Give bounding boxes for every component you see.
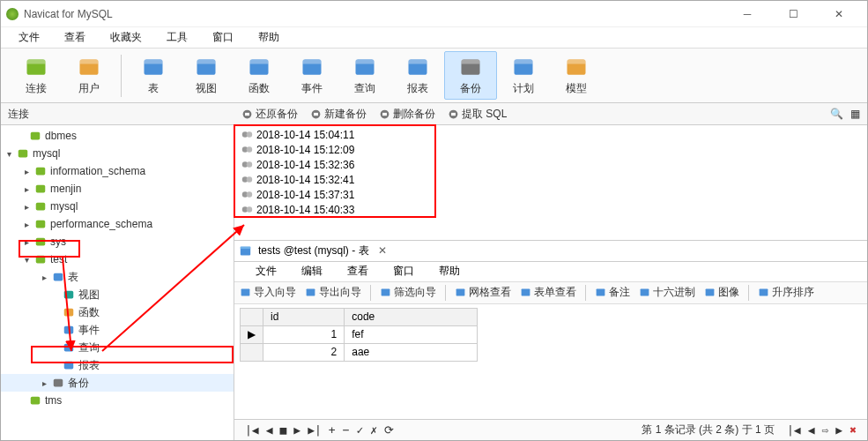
tab-menu-3[interactable]: 窗口 [381, 262, 427, 280]
nav-prev-button[interactable]: ◀ [263, 423, 277, 437]
node-mysql-db[interactable]: ▸mysql [1, 198, 234, 215]
menu-item-4[interactable]: 窗口 [200, 27, 246, 48]
node-tms[interactable]: tms [1, 392, 234, 409]
expand-arrow-icon[interactable]: ▸ [22, 220, 31, 229]
expand-arrow-icon[interactable]: ▸ [40, 273, 48, 282]
expand-arrow-icon[interactable]: ▸ [22, 237, 31, 247]
backup-item[interactable]: 2018-10-14 15:12:09 [238, 142, 864, 157]
nav-add-button[interactable]: + [325, 423, 339, 437]
maximize-button[interactable]: ☐ [775, 2, 811, 26]
close-button[interactable]: ✕ [821, 2, 857, 26]
action-restore[interactable]: 还原备份 [241, 107, 298, 122]
node-menjin[interactable]: ▸menjin [1, 180, 234, 198]
tool-view[interactable]: 视图 [180, 51, 233, 100]
tb-hex[interactable]: 十六进制 [639, 285, 695, 300]
page-next-button[interactable]: ▶ [832, 423, 846, 437]
expand-arrow-icon[interactable]: ▸ [22, 167, 31, 176]
node-test[interactable]: ▾test [1, 250, 234, 268]
tb-form[interactable]: 表单查看 [520, 285, 576, 300]
tab-menu-0[interactable]: 文件 [243, 262, 289, 280]
tool-function[interactable]: 函数 [233, 51, 286, 100]
backup-item[interactable]: 2018-10-14 15:32:36 [238, 157, 864, 172]
nav-minus-button[interactable]: − [339, 423, 353, 437]
grid-icon[interactable]: ▦ [850, 108, 860, 120]
col-code[interactable]: code [345, 308, 478, 325]
tb-import[interactable]: 导入向导 [240, 285, 296, 300]
node-events[interactable]: 事件 [1, 321, 234, 339]
expand-arrow-icon[interactable]: ▸ [22, 202, 31, 212]
nav-refresh-button[interactable]: ⟳ [381, 423, 397, 437]
nav-cancel-button[interactable]: ✗ [367, 423, 381, 437]
tool-schedule[interactable]: 计划 [497, 51, 550, 100]
menu-item-0[interactable]: 文件 [6, 27, 52, 48]
backup-item[interactable]: 2018-10-14 15:40:33 [238, 202, 864, 217]
tab-menu-1[interactable]: 编辑 [289, 262, 335, 280]
node-perfschema[interactable]: ▸performance_schema [1, 215, 234, 233]
nav-next-button[interactable]: ▶ [290, 423, 304, 437]
tb-grid[interactable]: 网格查看 [455, 285, 511, 300]
tab-menu-2[interactable]: 查看 [335, 262, 381, 280]
search-icon[interactable]: 🔍 [830, 108, 843, 120]
data-tab[interactable]: tests @test (mysql) - 表 ✕ [251, 241, 397, 261]
menu-item-2[interactable]: 收藏夹 [98, 27, 154, 48]
cell-code[interactable]: fef [345, 325, 478, 343]
tool-event[interactable]: 事件 [286, 51, 338, 100]
tool-query[interactable]: 查询 [338, 51, 391, 100]
page-prev-button[interactable]: ◀ [805, 423, 819, 437]
node-queries[interactable]: 查询 [1, 339, 234, 356]
svg-point-47 [247, 131, 253, 138]
action-new-backup[interactable]: 新建备份 [310, 107, 367, 122]
node-infoschema[interactable]: ▸information_schema [1, 162, 234, 180]
node-backup[interactable]: ▸备份 [1, 374, 234, 392]
expand-arrow-icon[interactable]: ▾ [22, 255, 31, 265]
menu-item-5[interactable]: 帮助 [246, 27, 292, 48]
page-first-button[interactable]: |◀ [783, 423, 805, 437]
col-id[interactable]: id [263, 308, 345, 325]
node-dbmes[interactable]: dbmes [1, 127, 234, 145]
node-mysql[interactable]: ▾mysql [1, 145, 234, 162]
minimize-button[interactable]: ─ [730, 2, 765, 26]
tool-backup[interactable]: 备份 [444, 51, 497, 100]
node-functions[interactable]: 函数 [1, 303, 234, 321]
expand-arrow-icon[interactable]: ▸ [22, 184, 31, 194]
backup-icon [241, 204, 253, 215]
nav-last-button[interactable]: ▶| [304, 423, 325, 437]
expand-arrow-icon[interactable]: ▾ [4, 149, 13, 159]
tool-report[interactable]: 报表 [391, 51, 444, 100]
page-last-button[interactable]: ✖ [846, 423, 860, 437]
tool-connection[interactable]: 连接 [10, 51, 63, 100]
node-views[interactable]: 视图 [1, 286, 234, 303]
cell-id[interactable]: 1 [263, 325, 345, 343]
tb-sort-asc[interactable]: 升序排序 [758, 285, 814, 300]
backup-item[interactable]: 2018-10-14 15:32:41 [238, 172, 864, 187]
tool-user[interactable]: 用户 [63, 51, 115, 100]
menu-item-3[interactable]: 工具 [154, 27, 200, 48]
action-extract-sql[interactable]: 提取 SQL [448, 107, 507, 122]
node-tables[interactable]: ▸表 [1, 268, 234, 286]
tool-table[interactable]: 表 [127, 51, 180, 100]
tab-menu-4[interactable]: 帮助 [427, 262, 472, 280]
connection-panel-label: 连接 [1, 107, 234, 122]
cell-code[interactable]: aae [345, 343, 478, 361]
tb-export[interactable]: 导出向导 [305, 285, 361, 300]
table-row[interactable]: 2aae [241, 343, 478, 361]
tb-image[interactable]: 图像 [704, 285, 739, 300]
table-row[interactable]: ▶1fef [241, 325, 478, 343]
tb-filter[interactable]: 筛选向导 [380, 285, 436, 300]
cell-id[interactable]: 2 [263, 343, 345, 361]
nav-check-button[interactable]: ✓ [352, 423, 367, 437]
node-reports[interactable]: 报表 [1, 356, 234, 374]
expand-arrow-icon[interactable]: ▸ [40, 378, 48, 388]
action-delete-backup[interactable]: 删除备份 [379, 107, 435, 122]
backup-item[interactable]: 2018-10-14 15:04:11 [238, 127, 864, 142]
tool-model[interactable]: 模型 [550, 51, 603, 100]
nav-stop-button[interactable]: ■ [276, 423, 290, 437]
svg-rect-62 [382, 289, 390, 296]
nav-first-button[interactable]: |◀ [241, 423, 263, 437]
menu-item-1[interactable]: 查看 [52, 27, 98, 48]
tab-close-button[interactable]: ✕ [375, 244, 390, 257]
node-sys[interactable]: ▸sys [1, 233, 234, 250]
backup-item[interactable]: 2018-10-14 15:37:31 [238, 187, 864, 202]
tb-memo[interactable]: 备注 [595, 285, 630, 300]
page-goto-button[interactable]: ⇨ [819, 423, 833, 437]
